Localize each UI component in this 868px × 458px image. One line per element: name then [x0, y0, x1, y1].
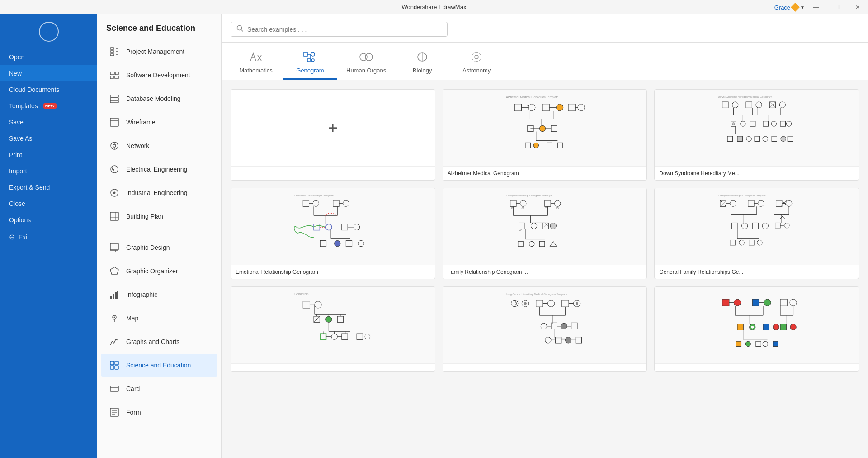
- tab-mathematics[interactable]: Mathematics: [229, 48, 283, 80]
- industrial-icon: [108, 186, 121, 199]
- sidebar-item-import[interactable]: Import: [0, 163, 97, 179]
- svg-rect-270: [571, 323, 577, 329]
- category-item-form[interactable]: Form: [101, 401, 217, 424]
- svg-point-206: [741, 223, 747, 229]
- template-genogram1[interactable]: Genogram: [231, 286, 435, 372]
- svg-rect-185: [540, 242, 545, 247]
- template-lung-cancer[interactable]: Lung Cancer Hereditary Medical Genogram …: [443, 286, 647, 372]
- category-item-database[interactable]: Database Modeling: [101, 87, 217, 110]
- sidebar-item-print[interactable]: Print: [0, 147, 97, 163]
- tab-biology[interactable]: Biology: [395, 48, 449, 80]
- svg-rect-176: [519, 223, 525, 229]
- category-item-infographic[interactable]: Infographic: [101, 283, 217, 306]
- svg-text:65: 65: [556, 207, 559, 210]
- category-item-electrical[interactable]: Electrical Engineering: [101, 158, 217, 181]
- minimize-button[interactable]: —: [806, 0, 826, 14]
- sidebar-item-export[interactable]: Export & Send: [0, 179, 97, 196]
- premium-icon: [791, 3, 800, 12]
- tab-astronomy[interactable]: Astronomy: [449, 48, 504, 80]
- svg-text:Down Syndrome Hereditary Medic: Down Syndrome Hereditary Medical Genogra…: [718, 95, 772, 98]
- tab-genogram[interactable]: Genogram: [283, 48, 337, 80]
- svg-rect-258: [562, 300, 569, 307]
- graphs-icon: [108, 335, 121, 348]
- svg-point-122: [771, 121, 776, 126]
- template-colored[interactable]: [654, 286, 859, 372]
- category-label: Network: [126, 142, 149, 149]
- template-alzheimer[interactable]: Alzheimer Medical Genogram Template: [443, 89, 647, 181]
- sidebar-item-close[interactable]: Close: [0, 196, 97, 212]
- window-controls: — ❐ ✕: [806, 0, 868, 14]
- svg-text:Family Relationship Genogram w: Family Relationship Genogram with Age: [506, 194, 552, 197]
- category-item-wireframe[interactable]: Wireframe: [101, 111, 217, 134]
- category-item-map[interactable]: Map: [101, 307, 217, 329]
- svg-line-50: [241, 30, 243, 32]
- svg-point-269: [561, 324, 567, 329]
- biology-icon: [416, 52, 429, 65]
- category-item-industrial[interactable]: Industrial Engineering: [101, 181, 217, 204]
- svg-rect-291: [780, 299, 787, 306]
- svg-text:Alzheimer Medical Genogram Tem: Alzheimer Medical Genogram Template: [506, 96, 558, 100]
- svg-rect-268: [551, 323, 557, 329]
- svg-point-104: [756, 102, 762, 108]
- sidebar-item-open[interactable]: Open: [0, 49, 97, 65]
- sidebar: ← Open New Cloud Documents Templates NEW…: [0, 14, 97, 458]
- category-item-software-dev[interactable]: Software Development: [101, 64, 217, 86]
- sidebar-label-saveas: Save As: [9, 135, 32, 142]
- category-item-science[interactable]: Science and Education: [101, 354, 217, 377]
- sidebar-item-templates[interactable]: Templates NEW: [0, 98, 97, 114]
- svg-rect-8: [110, 76, 113, 79]
- svg-point-306: [745, 342, 750, 347]
- wireframe-icon: [108, 116, 121, 129]
- svg-rect-11: [110, 98, 118, 100]
- template-emotional[interactable]: Emotional Relationship Genogram: [231, 188, 435, 279]
- add-icon: +: [328, 119, 338, 138]
- svg-point-162: [520, 200, 526, 206]
- sidebar-item-exit[interactable]: ⊖ Exit: [0, 228, 97, 246]
- template-label-alzheimer: Alzheimer Medical Genogram: [443, 167, 647, 180]
- category-item-building[interactable]: Building Plan: [101, 205, 217, 228]
- svg-rect-39: [110, 361, 114, 365]
- category-label: Card: [126, 385, 140, 392]
- category-list: Project Management Software Development: [97, 40, 221, 424]
- sidebar-item-new[interactable]: New: [0, 65, 97, 81]
- category-item-project-mgmt[interactable]: Project Management: [101, 40, 217, 63]
- template-preview-emotional: Emotional Relationship Genogram: [231, 188, 435, 265]
- tab-label: Biology: [413, 67, 432, 74]
- sidebar-label-print: Print: [9, 151, 22, 158]
- svg-rect-279: [576, 337, 581, 343]
- svg-rect-7: [115, 72, 118, 75]
- svg-point-208: [762, 223, 768, 229]
- dropdown-icon[interactable]: ▼: [800, 5, 805, 10]
- back-button[interactable]: ←: [39, 22, 59, 42]
- svg-point-131: [763, 137, 768, 142]
- category-item-network[interactable]: Network: [101, 134, 217, 157]
- back-button-area[interactable]: ←: [0, 14, 97, 49]
- template-label-colored: [655, 364, 859, 371]
- close-button[interactable]: ✕: [847, 0, 868, 14]
- tab-human-organs[interactable]: Human Organs: [337, 48, 395, 80]
- svg-text:Genogram: Genogram: [294, 292, 309, 296]
- sidebar-item-save[interactable]: Save: [0, 114, 97, 130]
- sidebar-item-options[interactable]: Options: [0, 212, 97, 228]
- svg-point-261: [524, 302, 527, 305]
- category-item-graphic-design[interactable]: Graphic Design: [101, 236, 217, 259]
- svg-text:68: 68: [522, 207, 524, 210]
- category-item-graphic-org[interactable]: Graphic Organizer: [101, 260, 217, 282]
- template-down-syndrome[interactable]: Down Syndrome Hereditary Medical Genogra…: [654, 89, 859, 181]
- template-new[interactable]: +: [231, 89, 435, 181]
- svg-point-149: [326, 224, 331, 230]
- svg-rect-211: [730, 240, 735, 245]
- template-family-rel[interactable]: Family Relationship Genogram with Age 72…: [443, 188, 647, 279]
- search-input[interactable]: [247, 26, 442, 33]
- sidebar-item-saveas[interactable]: Save As: [0, 130, 97, 147]
- svg-point-278: [566, 337, 571, 343]
- sidebar-item-cloud[interactable]: Cloud Documents: [0, 81, 97, 98]
- template-general-family[interactable]: Family Relationships Genogram Template: [654, 188, 859, 279]
- maximize-button[interactable]: ❐: [826, 0, 847, 14]
- category-label: Database Modeling: [126, 95, 181, 102]
- svg-point-262: [576, 302, 578, 305]
- category-item-graphs[interactable]: Graphs and Charts: [101, 330, 217, 353]
- svg-rect-115: [750, 121, 755, 126]
- svg-point-251: [365, 334, 370, 339]
- category-item-card[interactable]: Card: [101, 377, 217, 400]
